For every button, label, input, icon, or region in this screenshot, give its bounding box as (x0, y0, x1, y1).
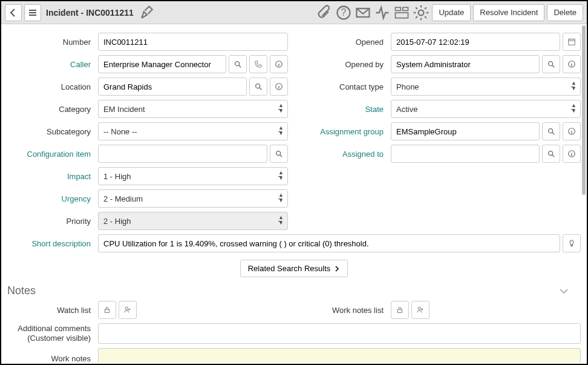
watchlist-label: Watch list (7, 306, 98, 315)
header-toolbar: Incident - INC0011211 ? Update Resolve I… (1, 1, 587, 24)
comments-textarea[interactable] (98, 323, 581, 344)
notes-section-title: Notes (7, 284, 36, 297)
impact-label: Impact (7, 172, 98, 181)
scrollbar[interactable] (582, 25, 586, 195)
watchlist-lock-icon[interactable] (98, 301, 116, 319)
svg-rect-12 (569, 39, 575, 45)
impact-select[interactable]: 1 - High▲▼ (98, 167, 288, 185)
delete-button[interactable]: Delete (547, 4, 583, 21)
svg-rect-19 (105, 309, 109, 312)
left-column: Number Caller Location CategoryEM Incide… (7, 33, 288, 234)
calendar-icon[interactable] (563, 33, 581, 51)
suggestion-icon[interactable] (563, 234, 581, 252)
config-item-input[interactable] (98, 145, 267, 163)
config-lookup-icon[interactable] (270, 145, 288, 163)
form-content: Number Caller Location CategoryEM Incide… (1, 24, 587, 363)
location-input[interactable] (98, 77, 247, 96)
subcategory-label: Subcategory (7, 127, 98, 136)
priority-label: Priority (7, 217, 98, 226)
svg-point-6 (419, 10, 424, 15)
svg-rect-3 (396, 7, 401, 10)
group-label: Assignment group (300, 127, 391, 136)
caller-lookup-icon[interactable] (229, 55, 247, 73)
openedby-label: Opened by (300, 60, 391, 69)
location-lookup-icon[interactable] (249, 77, 267, 96)
caller-phone-icon[interactable] (249, 55, 267, 73)
urgency-label: Urgency (7, 194, 98, 203)
svg-point-17 (549, 151, 553, 156)
location-label: Location (7, 82, 98, 91)
worknotes-textarea[interactable] (98, 348, 581, 363)
template-icon[interactable] (393, 4, 410, 21)
resolve-button[interactable]: Resolve Incident (473, 4, 544, 21)
subcategory-select[interactable]: -- None --▲▼ (98, 122, 288, 140)
svg-rect-4 (403, 7, 408, 10)
caller-input[interactable] (98, 55, 226, 73)
priority-select[interactable]: 2 - High▲▼ (98, 212, 288, 230)
number-label: Number (7, 38, 98, 47)
worknotes-label: Work notes (7, 354, 98, 363)
contact-select[interactable]: Phone▲▼ (391, 77, 581, 96)
openedby-input[interactable] (391, 55, 540, 73)
caller-label: Caller (7, 60, 98, 69)
svg-point-11 (276, 151, 281, 156)
activity-stream-icon[interactable] (374, 4, 391, 21)
svg-point-20 (125, 307, 128, 309)
assigned-input[interactable] (391, 145, 540, 163)
settings-icon[interactable] (413, 4, 430, 21)
svg-point-13 (549, 62, 553, 66)
shortdesc-label: Short description (7, 239, 98, 248)
opened-input[interactable] (391, 33, 560, 51)
caller-info-icon[interactable] (270, 55, 288, 73)
notes-collapse-icon[interactable] (559, 284, 581, 297)
worknoteslist-label: Work notes list (300, 306, 391, 315)
menu-button[interactable] (24, 4, 41, 21)
state-select[interactable]: Active▲▼ (391, 100, 581, 118)
assigned-lookup-icon[interactable] (542, 145, 560, 163)
openedby-lookup-icon[interactable] (542, 55, 560, 73)
shortdesc-input[interactable] (98, 234, 560, 252)
attachment-icon[interactable] (316, 4, 333, 21)
contact-label: Contact type (300, 82, 391, 91)
update-button[interactable]: Update (432, 4, 471, 21)
comments-label: Additional comments (Customer visible) (7, 324, 98, 343)
svg-rect-21 (398, 309, 402, 312)
assigned-label: Assigned to (300, 150, 391, 159)
state-label: State (300, 105, 391, 114)
svg-rect-5 (396, 13, 408, 18)
category-select[interactable]: EM Incident▲▼ (98, 100, 288, 118)
group-input[interactable] (391, 122, 540, 140)
openedby-info-icon[interactable] (563, 55, 581, 73)
assigned-info-icon[interactable] (563, 145, 581, 163)
urgency-select[interactable]: 2 - Medium▲▼ (98, 189, 288, 208)
number-input[interactable] (98, 33, 288, 51)
config-item-label: Configuration item (7, 150, 98, 159)
worknoteslist-adduser-icon[interactable] (411, 301, 430, 319)
edit-title-icon[interactable] (139, 4, 155, 21)
related-search-button[interactable]: Related Search Results (240, 260, 348, 277)
email-icon[interactable] (354, 4, 371, 21)
group-info-icon[interactable] (563, 122, 581, 140)
category-label: Category (7, 105, 98, 114)
help-icon[interactable]: ? (335, 4, 352, 21)
svg-point-9 (256, 84, 260, 88)
svg-text:?: ? (341, 7, 347, 18)
location-info-icon[interactable] (270, 77, 288, 96)
back-button[interactable] (5, 4, 22, 21)
group-lookup-icon[interactable] (542, 122, 560, 140)
svg-point-15 (549, 129, 553, 133)
svg-point-7 (235, 62, 240, 66)
worknoteslist-lock-icon[interactable] (391, 301, 409, 319)
svg-point-22 (418, 307, 420, 309)
opened-label: Opened (300, 38, 391, 47)
watchlist-adduser-icon[interactable] (119, 301, 137, 319)
page-title: Incident - INC0011211 (46, 8, 134, 18)
right-column: Opened Opened by Contact typePhone▲▼ Sta… (300, 33, 581, 234)
